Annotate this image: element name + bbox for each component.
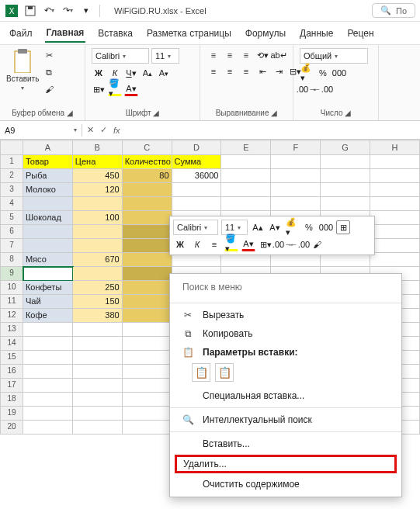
cell[interactable] bbox=[123, 309, 172, 323]
cancel-icon[interactable]: ✕ bbox=[87, 125, 94, 135]
cell[interactable]: Количество bbox=[123, 155, 172, 169]
cell[interactable]: Кофе bbox=[23, 309, 73, 323]
cell[interactable] bbox=[23, 407, 73, 421]
row-header[interactable]: 20 bbox=[0, 421, 23, 435]
align-left-icon[interactable]: ≡ bbox=[207, 64, 220, 78]
row-header[interactable]: 10 bbox=[0, 281, 23, 295]
ctx-insert[interactable]: Вставить... bbox=[170, 435, 401, 453]
mini-shrink-icon[interactable]: A▾ bbox=[268, 220, 282, 234]
qat-more-icon[interactable]: ▾ bbox=[79, 4, 93, 18]
col-header[interactable]: F bbox=[271, 140, 321, 155]
cell[interactable]: Чай bbox=[23, 295, 73, 309]
mini-thousands-icon[interactable]: 000 bbox=[319, 220, 333, 234]
cell[interactable] bbox=[123, 225, 172, 239]
row-header[interactable]: 5 bbox=[0, 211, 23, 225]
cell[interactable] bbox=[123, 295, 172, 309]
cell[interactable] bbox=[370, 197, 420, 211]
row-header[interactable]: 15 bbox=[0, 351, 23, 365]
align-center-icon[interactable]: ≡ bbox=[223, 64, 237, 78]
cell[interactable] bbox=[123, 197, 172, 211]
tab-file[interactable]: Файл bbox=[8, 25, 34, 42]
align-right-icon[interactable]: ≡ bbox=[239, 64, 253, 78]
paste-opt-1[interactable]: 📋 bbox=[192, 363, 210, 382]
cell[interactable]: 670 bbox=[73, 253, 123, 267]
cell[interactable] bbox=[23, 267, 73, 281]
ctx-cut[interactable]: ✂Вырезать bbox=[170, 306, 401, 324]
cell[interactable]: 150 bbox=[73, 295, 123, 309]
cell[interactable] bbox=[23, 421, 73, 435]
cell[interactable] bbox=[73, 197, 123, 211]
row-header[interactable]: 1 bbox=[0, 155, 23, 169]
cell[interactable] bbox=[370, 169, 420, 183]
font-size-combo[interactable]: 11▾ bbox=[151, 48, 179, 64]
row-header[interactable]: 12 bbox=[0, 309, 23, 323]
col-header[interactable]: D bbox=[172, 140, 222, 155]
cell[interactable] bbox=[73, 421, 123, 435]
cell[interactable] bbox=[73, 239, 123, 253]
save-icon[interactable] bbox=[23, 4, 37, 18]
thousands-icon[interactable]: 000 bbox=[332, 66, 346, 80]
bold-button[interactable]: Ж bbox=[92, 66, 106, 80]
inc-decimal-icon[interactable]: .00→ bbox=[300, 82, 314, 96]
row-header[interactable]: 2 bbox=[0, 169, 23, 183]
cell[interactable] bbox=[321, 155, 370, 169]
align-top-icon[interactable]: ≡ bbox=[207, 48, 220, 62]
percent-icon[interactable]: % bbox=[316, 66, 330, 80]
cell[interactable]: 36000 bbox=[172, 169, 222, 183]
tab-home[interactable]: Главная bbox=[45, 24, 86, 43]
paste-button[interactable]: Вставить▾ bbox=[6, 48, 39, 92]
cell[interactable] bbox=[123, 421, 172, 435]
cell[interactable] bbox=[321, 197, 370, 211]
mini-font-combo[interactable]: Calibri▾ bbox=[173, 220, 218, 235]
row-header[interactable]: 9 bbox=[0, 267, 23, 281]
mini-italic-button[interactable]: К bbox=[190, 237, 204, 251]
cell[interactable] bbox=[73, 323, 123, 337]
font-color-icon[interactable]: A▾ bbox=[124, 82, 138, 96]
fx-icon[interactable]: fx bbox=[113, 126, 120, 135]
cell[interactable] bbox=[123, 365, 172, 379]
copy-icon[interactable]: ⧉ bbox=[42, 65, 56, 79]
cell[interactable] bbox=[73, 337, 123, 351]
row-header[interactable]: 7 bbox=[0, 239, 23, 253]
col-header[interactable]: G bbox=[321, 140, 370, 155]
cell[interactable] bbox=[370, 155, 420, 169]
cut-icon[interactable]: ✂ bbox=[42, 48, 56, 62]
cell[interactable]: Товар bbox=[23, 155, 73, 169]
mini-decdec-icon[interactable]: ←.00 bbox=[293, 237, 307, 251]
font-grow-icon[interactable]: A▴ bbox=[141, 66, 154, 80]
row-header[interactable]: 6 bbox=[0, 225, 23, 239]
cell[interactable] bbox=[123, 351, 172, 365]
cell[interactable] bbox=[123, 323, 172, 337]
col-header[interactable]: H bbox=[370, 140, 420, 155]
cell[interactable]: Рыба bbox=[23, 169, 73, 183]
col-header[interactable]: B bbox=[73, 140, 123, 155]
cell[interactable] bbox=[370, 211, 420, 225]
cell[interactable] bbox=[370, 239, 420, 253]
ctx-search-input[interactable] bbox=[176, 279, 395, 296]
mini-currency-icon[interactable]: 💰▾ bbox=[285, 220, 299, 234]
ctx-smart-lookup[interactable]: 🔍Интеллектуальный поиск bbox=[170, 410, 401, 429]
currency-icon[interactable]: 💰▾ bbox=[300, 66, 314, 80]
cell[interactable]: Молоко bbox=[23, 183, 73, 197]
fill-color-icon[interactable]: 🪣▾ bbox=[108, 82, 122, 96]
wrap-text-icon[interactable]: ab↵ bbox=[272, 48, 286, 62]
tab-formulas[interactable]: Формулы bbox=[244, 25, 287, 42]
borders-icon[interactable]: ⊞▾ bbox=[92, 82, 106, 96]
col-header[interactable]: E bbox=[221, 140, 271, 155]
cell[interactable] bbox=[73, 365, 123, 379]
mini-align-icon[interactable]: ≡ bbox=[207, 237, 221, 251]
undo-icon[interactable]: ↶ ▾ bbox=[42, 4, 56, 18]
cell[interactable] bbox=[172, 197, 222, 211]
confirm-icon[interactable]: ✓ bbox=[100, 125, 107, 135]
cell[interactable] bbox=[73, 267, 123, 281]
tab-review[interactable]: Рецен bbox=[345, 25, 375, 42]
select-all-corner[interactable] bbox=[0, 140, 23, 155]
col-header[interactable]: A bbox=[23, 140, 73, 155]
row-header[interactable]: 8 bbox=[0, 253, 23, 267]
cell[interactable] bbox=[23, 225, 73, 239]
cell[interactable]: 100 bbox=[73, 211, 123, 225]
align-bottom-icon[interactable]: ≡ bbox=[239, 48, 253, 62]
row-header[interactable]: 4 bbox=[0, 197, 23, 211]
indent-dec-icon[interactable]: ⇤ bbox=[255, 64, 269, 78]
tab-insert[interactable]: Вставка bbox=[96, 25, 134, 42]
